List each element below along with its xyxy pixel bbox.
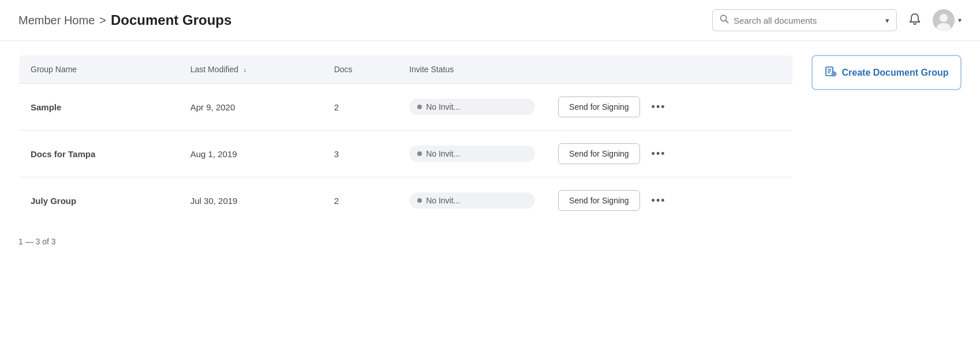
search-icon (720, 14, 729, 26)
invite-status-cell: No Invit... (398, 84, 547, 131)
avatar-area[interactable]: ▾ (933, 9, 962, 31)
actions-cell: Send for Signing ••• (547, 84, 792, 131)
create-group-icon (825, 65, 836, 80)
table-row: July Group Jul 30, 2019 2 No Invit... Se… (19, 177, 793, 224)
actions-cell: Send for Signing ••• (547, 177, 792, 224)
invite-status-text: No Invit... (426, 102, 460, 112)
actions-cell: Send for Signing ••• (547, 131, 792, 177)
invite-badge: No Invit... (409, 146, 535, 162)
last-modified-cell: Jul 30, 2019 (179, 177, 323, 224)
group-name-cell: July Group (19, 177, 179, 224)
invite-badge: No Invit... (409, 99, 535, 115)
col-docs: Docs (323, 55, 398, 84)
last-modified-cell: Apr 9, 2020 (179, 84, 323, 131)
header-right: ▾ ▾ (712, 9, 962, 31)
last-modified-cell: Aug 1, 2019 (179, 131, 323, 177)
search-container: ▾ (712, 9, 897, 31)
more-options-button[interactable]: ••• (647, 192, 671, 209)
group-name-cell: Sample (19, 84, 179, 131)
avatar (933, 9, 955, 31)
svg-point-3 (940, 14, 948, 22)
send-for-signing-button[interactable]: Send for Signing (558, 190, 640, 211)
invite-status-cell: No Invit... (398, 131, 547, 177)
document-groups-table: Group Name Last Modified ↓ Docs Invite S… (18, 55, 793, 224)
breadcrumb-current: Document Groups (111, 12, 231, 28)
search-input[interactable] (734, 16, 882, 25)
table-section: Group Name Last Modified ↓ Docs Invite S… (18, 55, 793, 248)
invite-status-text: No Invit... (426, 196, 460, 205)
create-document-group-button[interactable]: Create Document Group (811, 55, 962, 90)
col-invite-status: Invite Status (398, 55, 547, 84)
sidebar: Create Document Group (811, 55, 962, 248)
send-for-signing-button[interactable]: Send for Signing (558, 97, 640, 117)
pagination: 1 — 3 of 3 (18, 235, 793, 248)
invite-status-dot (417, 151, 422, 156)
avatar-dropdown-icon: ▾ (958, 16, 962, 24)
invite-status-cell: No Invit... (398, 177, 547, 224)
docs-count-cell: 2 (323, 84, 398, 131)
docs-count-cell: 3 (323, 131, 398, 177)
table-row: Docs for Tampa Aug 1, 2019 3 No Invit...… (19, 131, 793, 177)
main-content: Group Name Last Modified ↓ Docs Invite S… (0, 41, 980, 262)
group-name-cell: Docs for Tampa (19, 131, 179, 177)
col-group-name: Group Name (19, 55, 179, 84)
col-last-modified[interactable]: Last Modified ↓ (179, 55, 323, 84)
more-options-button[interactable]: ••• (647, 99, 671, 116)
col-actions (547, 55, 792, 84)
sort-arrow-icon: ↓ (243, 66, 246, 74)
more-options-button[interactable]: ••• (647, 146, 671, 162)
invite-status-text: No Invit... (426, 149, 460, 158)
invite-status-dot (417, 105, 422, 109)
docs-count-cell: 2 (323, 177, 398, 224)
bell-icon[interactable] (908, 13, 921, 28)
invite-badge: No Invit... (409, 192, 535, 209)
breadcrumb: Member Home > Document Groups (18, 12, 231, 28)
create-button-label: Create Document Group (842, 68, 949, 78)
send-for-signing-button[interactable]: Send for Signing (558, 143, 640, 164)
breadcrumb-separator: > (99, 14, 106, 27)
svg-line-1 (726, 21, 728, 23)
table-row: Sample Apr 9, 2020 2 No Invit... Send fo… (19, 84, 793, 131)
table-header-row: Group Name Last Modified ↓ Docs Invite S… (19, 55, 793, 84)
invite-status-dot (417, 198, 422, 203)
breadcrumb-parent[interactable]: Member Home (18, 14, 95, 27)
search-dropdown-arrow-icon[interactable]: ▾ (885, 16, 889, 25)
header: Member Home > Document Groups ▾ (0, 0, 980, 41)
